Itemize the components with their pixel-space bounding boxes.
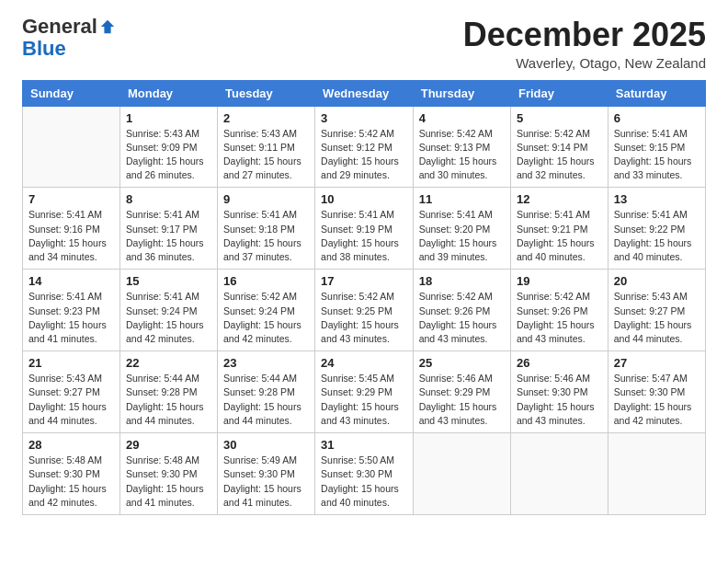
day-info: Sunrise: 5:44 AM Sunset: 9:28 PM Dayligh… — [223, 372, 309, 428]
day-number: 28 — [28, 438, 114, 452]
calendar-week-2: 7Sunrise: 5:41 AM Sunset: 9:16 PM Daylig… — [23, 188, 706, 270]
day-number: 2 — [223, 111, 309, 125]
calendar-cell — [23, 106, 120, 188]
day-number: 19 — [517, 274, 602, 288]
calendar-cell: 10Sunrise: 5:41 AM Sunset: 9:19 PM Dayli… — [315, 188, 414, 270]
calendar-cell: 13Sunrise: 5:41 AM Sunset: 9:22 PM Dayli… — [608, 188, 705, 270]
day-number: 11 — [419, 192, 505, 206]
day-info: Sunrise: 5:42 AM Sunset: 9:24 PM Dayligh… — [223, 290, 309, 346]
calendar-cell: 28Sunrise: 5:48 AM Sunset: 9:30 PM Dayli… — [23, 433, 120, 515]
day-info: Sunrise: 5:41 AM Sunset: 9:24 PM Dayligh… — [126, 290, 211, 346]
calendar-cell: 8Sunrise: 5:41 AM Sunset: 9:17 PM Daylig… — [119, 188, 217, 270]
day-number: 10 — [321, 192, 407, 206]
svg-marker-0 — [101, 20, 114, 33]
day-number: 3 — [321, 111, 407, 125]
calendar-cell: 9Sunrise: 5:41 AM Sunset: 9:18 PM Daylig… — [218, 188, 315, 270]
day-number: 5 — [517, 111, 602, 125]
header: General Blue December 2025 Waverley, Ota… — [22, 17, 706, 71]
calendar-cell: 19Sunrise: 5:42 AM Sunset: 9:26 PM Dayli… — [510, 270, 608, 351]
day-info: Sunrise: 5:42 AM Sunset: 9:14 PM Dayligh… — [517, 127, 602, 183]
calendar-cell: 5Sunrise: 5:42 AM Sunset: 9:14 PM Daylig… — [510, 106, 608, 188]
logo-general-text: General — [22, 17, 97, 37]
col-header-monday: Monday — [119, 80, 217, 106]
calendar-cell: 7Sunrise: 5:41 AM Sunset: 9:16 PM Daylig… — [23, 188, 120, 270]
day-info: Sunrise: 5:49 AM Sunset: 9:30 PM Dayligh… — [223, 454, 309, 510]
calendar-cell: 18Sunrise: 5:42 AM Sunset: 9:26 PM Dayli… — [413, 270, 510, 351]
col-header-wednesday: Wednesday — [315, 80, 414, 106]
calendar-cell: 23Sunrise: 5:44 AM Sunset: 9:28 PM Dayli… — [218, 351, 315, 433]
calendar-cell: 24Sunrise: 5:45 AM Sunset: 9:29 PM Dayli… — [315, 351, 414, 433]
col-header-friday: Friday — [510, 80, 608, 106]
day-info: Sunrise: 5:43 AM Sunset: 9:27 PM Dayligh… — [614, 290, 700, 346]
day-number: 13 — [614, 192, 700, 206]
calendar-cell: 31Sunrise: 5:50 AM Sunset: 9:30 PM Dayli… — [315, 433, 414, 515]
calendar-week-5: 28Sunrise: 5:48 AM Sunset: 9:30 PM Dayli… — [23, 433, 706, 515]
calendar-cell: 4Sunrise: 5:42 AM Sunset: 9:13 PM Daylig… — [413, 106, 510, 188]
day-number: 17 — [321, 274, 407, 288]
calendar-cell — [608, 433, 705, 515]
day-info: Sunrise: 5:41 AM Sunset: 9:16 PM Dayligh… — [28, 208, 114, 264]
day-info: Sunrise: 5:41 AM Sunset: 9:17 PM Dayligh… — [126, 208, 211, 264]
calendar-cell: 26Sunrise: 5:46 AM Sunset: 9:30 PM Dayli… — [510, 351, 608, 433]
day-number: 25 — [419, 356, 505, 370]
calendar-cell: 12Sunrise: 5:41 AM Sunset: 9:21 PM Dayli… — [510, 188, 608, 270]
logo-icon — [99, 18, 116, 35]
day-number: 27 — [614, 356, 700, 370]
day-info: Sunrise: 5:50 AM Sunset: 9:30 PM Dayligh… — [321, 454, 407, 510]
day-info: Sunrise: 5:41 AM Sunset: 9:15 PM Dayligh… — [614, 127, 700, 183]
calendar-cell: 11Sunrise: 5:41 AM Sunset: 9:20 PM Dayli… — [413, 188, 510, 270]
day-info: Sunrise: 5:48 AM Sunset: 9:30 PM Dayligh… — [126, 454, 211, 510]
day-number: 7 — [28, 192, 114, 206]
day-info: Sunrise: 5:44 AM Sunset: 9:28 PM Dayligh… — [126, 372, 211, 428]
day-info: Sunrise: 5:41 AM Sunset: 9:19 PM Dayligh… — [321, 208, 407, 264]
day-info: Sunrise: 5:41 AM Sunset: 9:20 PM Dayligh… — [419, 208, 505, 264]
calendar-cell: 29Sunrise: 5:48 AM Sunset: 9:30 PM Dayli… — [119, 433, 217, 515]
day-number: 14 — [28, 274, 114, 288]
day-number: 15 — [126, 274, 211, 288]
day-number: 31 — [321, 438, 407, 452]
col-header-thursday: Thursday — [413, 80, 510, 106]
day-info: Sunrise: 5:45 AM Sunset: 9:29 PM Dayligh… — [321, 372, 407, 428]
logo: General Blue — [22, 17, 116, 61]
calendar-week-3: 14Sunrise: 5:41 AM Sunset: 9:23 PM Dayli… — [23, 270, 706, 351]
month-title: December 2025 — [463, 17, 706, 53]
calendar-cell: 15Sunrise: 5:41 AM Sunset: 9:24 PM Dayli… — [119, 270, 217, 351]
day-number: 6 — [614, 111, 700, 125]
day-info: Sunrise: 5:42 AM Sunset: 9:26 PM Dayligh… — [517, 290, 602, 346]
col-header-tuesday: Tuesday — [218, 80, 315, 106]
day-number: 22 — [126, 356, 211, 370]
day-info: Sunrise: 5:41 AM Sunset: 9:18 PM Dayligh… — [223, 208, 309, 264]
day-info: Sunrise: 5:43 AM Sunset: 9:09 PM Dayligh… — [126, 127, 211, 183]
day-number: 23 — [223, 356, 309, 370]
day-number: 30 — [223, 438, 309, 452]
calendar-cell: 3Sunrise: 5:42 AM Sunset: 9:12 PM Daylig… — [315, 106, 414, 188]
calendar-table: SundayMondayTuesdayWednesdayThursdayFrid… — [22, 80, 706, 515]
logo-blue-text: Blue — [22, 37, 66, 60]
day-info: Sunrise: 5:41 AM Sunset: 9:23 PM Dayligh… — [28, 290, 114, 346]
calendar-cell: 27Sunrise: 5:47 AM Sunset: 9:30 PM Dayli… — [608, 351, 705, 433]
day-info: Sunrise: 5:48 AM Sunset: 9:30 PM Dayligh… — [28, 454, 114, 510]
day-info: Sunrise: 5:42 AM Sunset: 9:26 PM Dayligh… — [419, 290, 505, 346]
day-number: 20 — [614, 274, 700, 288]
day-number: 9 — [223, 192, 309, 206]
calendar-cell: 16Sunrise: 5:42 AM Sunset: 9:24 PM Dayli… — [218, 270, 315, 351]
day-info: Sunrise: 5:42 AM Sunset: 9:13 PM Dayligh… — [419, 127, 505, 183]
day-info: Sunrise: 5:43 AM Sunset: 9:11 PM Dayligh… — [223, 127, 309, 183]
col-header-saturday: Saturday — [608, 80, 705, 106]
day-info: Sunrise: 5:47 AM Sunset: 9:30 PM Dayligh… — [614, 372, 700, 428]
calendar-cell: 2Sunrise: 5:43 AM Sunset: 9:11 PM Daylig… — [218, 106, 315, 188]
day-info: Sunrise: 5:46 AM Sunset: 9:29 PM Dayligh… — [419, 372, 505, 428]
calendar-cell: 30Sunrise: 5:49 AM Sunset: 9:30 PM Dayli… — [218, 433, 315, 515]
day-number: 18 — [419, 274, 505, 288]
page: General Blue December 2025 Waverley, Ota… — [0, 0, 728, 563]
day-info: Sunrise: 5:46 AM Sunset: 9:30 PM Dayligh… — [517, 372, 602, 428]
day-number: 4 — [419, 111, 505, 125]
day-info: Sunrise: 5:42 AM Sunset: 9:12 PM Dayligh… — [321, 127, 407, 183]
day-info: Sunrise: 5:41 AM Sunset: 9:21 PM Dayligh… — [517, 208, 602, 264]
day-number: 12 — [517, 192, 602, 206]
calendar-cell: 22Sunrise: 5:44 AM Sunset: 9:28 PM Dayli… — [119, 351, 217, 433]
location-title: Waverley, Otago, New Zealand — [463, 55, 706, 71]
col-header-sunday: Sunday — [23, 80, 120, 106]
day-number: 16 — [223, 274, 309, 288]
day-number: 24 — [321, 356, 407, 370]
